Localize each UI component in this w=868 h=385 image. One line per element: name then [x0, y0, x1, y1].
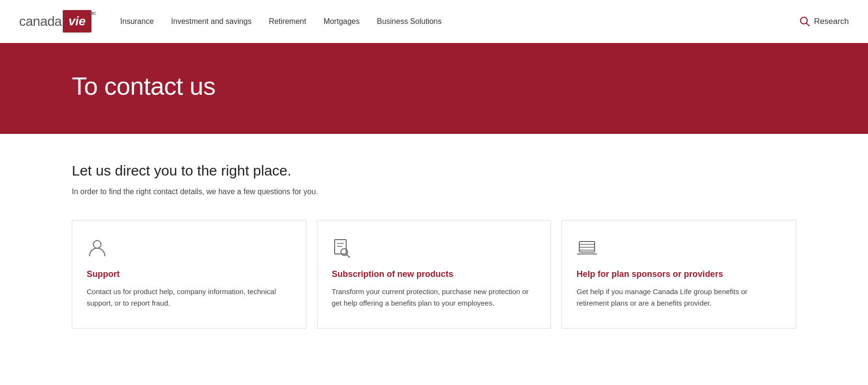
card-help-plan[interactable]: Help for plan sponsors or providers Get …: [562, 220, 796, 329]
logo-mc-text: MC: [90, 11, 96, 16]
cards-row: Support Contact us for product help, com…: [72, 220, 796, 329]
nav-item-insurance[interactable]: Insurance: [120, 17, 154, 26]
card-help-plan-desc: Get help if you manage Canada Life group…: [576, 286, 781, 309]
card-subscription-title: Subscription of new products: [332, 269, 537, 279]
card-support-title: Support: [87, 269, 292, 279]
nav-item-business[interactable]: Business Solutions: [377, 17, 441, 26]
search-label: Research: [814, 17, 849, 26]
svg-line-5: [347, 254, 349, 257]
logo-vie-box: vie MC: [63, 10, 91, 33]
logo-vie-text: vie: [68, 14, 86, 28]
laptop-icon: [576, 238, 781, 259]
main-content: Let us direct you to the right place. In…: [0, 134, 868, 348]
nav-item-retirement[interactable]: Retirement: [269, 17, 306, 26]
hero-title: To contact us: [72, 72, 849, 100]
logo-canada-text: canada: [19, 14, 62, 29]
svg-rect-3: [335, 240, 346, 254]
search-icon: [800, 16, 810, 27]
search-area[interactable]: Research: [800, 16, 849, 27]
card-support[interactable]: Support Contact us for product help, com…: [72, 220, 306, 329]
card-subscription[interactable]: Subscription of new products Transform y…: [317, 220, 552, 329]
card-subscription-desc: Transform your current protection, purch…: [332, 286, 537, 309]
card-help-plan-title: Help for plan sponsors or providers: [576, 269, 781, 279]
main-subtext: In order to find the right contact detai…: [72, 187, 796, 196]
main-nav: Insurance Investment and savings Retirem…: [120, 17, 800, 26]
site-header: canada vie MC Insurance Investment and s…: [0, 0, 868, 43]
nav-item-investment[interactable]: Investment and savings: [171, 17, 251, 26]
card-support-desc: Contact us for product help, company inf…: [87, 286, 292, 309]
nav-item-mortgages[interactable]: Mortgages: [324, 17, 360, 26]
person-icon: [87, 238, 292, 259]
hero-banner: To contact us: [0, 43, 868, 134]
svg-point-2: [93, 241, 101, 248]
main-heading: Let us direct you to the right place.: [72, 163, 796, 179]
search-document-icon: [332, 238, 537, 259]
logo-link[interactable]: canada vie MC: [19, 10, 91, 33]
svg-line-1: [806, 23, 809, 26]
